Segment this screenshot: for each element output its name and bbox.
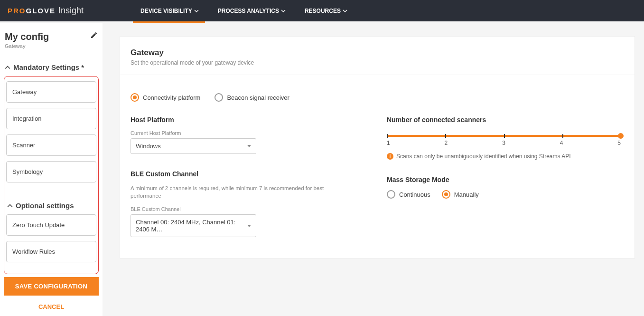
config-title: My config xyxy=(5,31,49,42)
scanners-info: i Scans can only be unambiguously identi… xyxy=(387,153,624,160)
config-subtitle: Gateway xyxy=(5,43,49,49)
sidebar-item-integration[interactable]: Integration xyxy=(6,108,96,129)
mass-storage-radio-group: Continuous Manually xyxy=(387,190,624,199)
slider-thumb[interactable] xyxy=(618,133,624,139)
settings-highlight-box: Gateway Integration Scanner Symbology Op… xyxy=(4,76,99,274)
chevron-up-icon xyxy=(5,65,10,70)
section-label: Mandatory Settings * xyxy=(13,63,84,71)
radio-manually[interactable]: Manually xyxy=(442,190,479,199)
sidebar-item-workflow-rules[interactable]: Workflow Rules xyxy=(6,241,96,262)
radio-label: Beacon signal receiver xyxy=(227,94,289,101)
mandatory-section-header[interactable]: Mandatory Settings * xyxy=(4,63,99,71)
ble-channel-select[interactable]: Channel 00: 2404 MHz, Channel 01: 2406 M… xyxy=(131,214,256,237)
gateway-card: Gateway Set the operational mode of your… xyxy=(120,36,635,259)
nav-items: DEVICE VISIBILITY PROCESS ANALYTICS RESO… xyxy=(140,8,347,14)
radio-beacon[interactable]: Beacon signal receiver xyxy=(215,93,289,102)
chevron-down-icon xyxy=(343,9,347,13)
scanners-slider[interactable]: 1 2 3 4 5 xyxy=(387,135,621,146)
sidebar-item-gateway[interactable]: Gateway xyxy=(6,81,96,103)
radio-bullet-icon xyxy=(131,93,139,102)
page-subtitle: Set the operational mode of your gateway… xyxy=(131,59,624,66)
section-label: Optional settings xyxy=(16,201,74,210)
tick-label: 3 xyxy=(502,140,505,146)
sidebar-item-scanner[interactable]: Scanner xyxy=(6,134,96,156)
cancel-button[interactable]: CANCEL xyxy=(4,296,99,310)
brand-product: Insight xyxy=(58,6,84,16)
tick-label: 4 xyxy=(560,140,563,146)
nav-label: PROCESS ANALYTICS xyxy=(218,8,279,14)
ble-heading: BLE Custom Channel xyxy=(131,170,330,178)
sidebar: My config Gateway Mandatory Settings * G… xyxy=(0,23,103,316)
ble-field-label: BLE Custom Channel xyxy=(131,206,330,212)
scanners-heading: Number of connected scanners xyxy=(387,116,624,124)
info-icon: i xyxy=(387,153,393,160)
nav-label: RESOURCES xyxy=(305,8,341,14)
nav-resources[interactable]: RESOURCES xyxy=(305,8,347,14)
pencil-icon xyxy=(90,31,98,39)
brand-logo: PROGLOVE Insight xyxy=(8,6,84,16)
mode-radio-group: Connectivity platform Beacon signal rece… xyxy=(131,93,624,102)
chevron-up-icon xyxy=(7,203,13,209)
host-platform-select[interactable]: Windows xyxy=(131,138,256,154)
radio-connectivity[interactable]: Connectivity platform xyxy=(131,93,200,102)
brand-glove: GLOVE xyxy=(26,7,56,15)
top-nav: PROGLOVE Insight DEVICE VISIBILITY PROCE… xyxy=(0,0,644,21)
nav-device-visibility[interactable]: DEVICE VISIBILITY xyxy=(140,8,199,14)
select-value: Channel 00: 2404 MHz, Channel 01: 2406 M… xyxy=(136,219,247,233)
edit-config-button[interactable] xyxy=(90,31,98,41)
radio-label: Continuous xyxy=(399,191,430,198)
nav-label: DEVICE VISIBILITY xyxy=(140,8,192,14)
radio-continuous[interactable]: Continuous xyxy=(387,190,430,199)
sidebar-item-zero-touch[interactable]: Zero Touch Update xyxy=(6,214,96,236)
dropdown-icon xyxy=(247,225,251,227)
tick-label: 5 xyxy=(617,140,621,146)
dropdown-icon xyxy=(247,145,251,147)
host-field-label: Current Host Platform xyxy=(131,130,330,136)
host-heading: Host Platform xyxy=(131,116,330,124)
slider-labels: 1 2 3 4 5 xyxy=(387,140,621,146)
main-pane: Gateway Set the operational mode of your… xyxy=(103,23,644,316)
save-button[interactable]: SAVE CONFIGURATION xyxy=(4,277,99,296)
radio-label: Connectivity platform xyxy=(143,94,200,101)
chevron-down-icon xyxy=(281,9,286,13)
radio-bullet-icon xyxy=(442,190,450,199)
nav-process-analytics[interactable]: PROCESS ANALYTICS xyxy=(218,8,286,14)
page-title: Gateway xyxy=(131,48,624,57)
select-value: Windows xyxy=(136,143,161,150)
mass-storage-heading: Mass Storage Mode xyxy=(387,176,624,183)
radio-label: Manually xyxy=(454,191,479,198)
chevron-down-icon xyxy=(194,9,199,13)
radio-bullet-icon xyxy=(215,93,223,102)
optional-section-header[interactable]: Optional settings xyxy=(6,201,96,210)
sidebar-item-symbology[interactable]: Symbology xyxy=(6,161,96,182)
radio-bullet-icon xyxy=(387,190,395,199)
tick-label: 2 xyxy=(445,140,448,146)
info-text: Scans can only be unambiguously identifi… xyxy=(396,153,571,160)
tick-label: 1 xyxy=(387,140,390,146)
brand-pro: PRO xyxy=(8,7,26,15)
ble-subtext: A minimum of 2 channels is required, whi… xyxy=(131,184,330,200)
